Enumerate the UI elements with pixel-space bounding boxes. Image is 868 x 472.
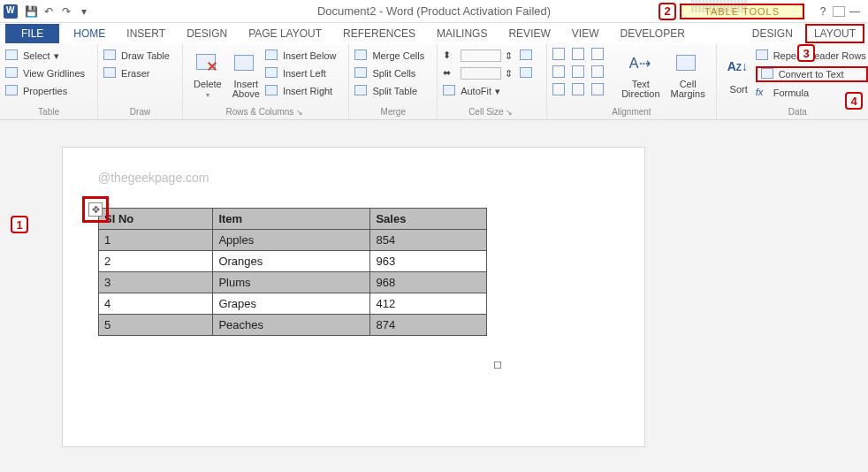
align-tc-button[interactable] — [572, 48, 584, 60]
table-layout-tab[interactable]: LAYOUT — [805, 24, 864, 43]
save-icon[interactable]: 💾 — [23, 4, 39, 19]
eraser-label: Eraser — [121, 68, 149, 79]
cell[interactable]: 854 — [370, 230, 487, 251]
table-row[interactable]: 5 Peaches 874 — [99, 315, 487, 336]
insert-right-label: Insert Right — [283, 86, 332, 96]
sort-button[interactable]: AZ↓Sort — [722, 48, 756, 105]
select-button[interactable]: Select ▾ — [5, 48, 87, 64]
gridlines-label: View Gridlines — [23, 68, 85, 79]
header-slno: SI No — [99, 209, 213, 230]
cell[interactable]: 874 — [370, 315, 487, 336]
ribbon-tabs: FILE HOME INSERT DESIGN PAGE LAYOUT REFE… — [0, 23, 868, 44]
group-alignment-label: Alignment — [552, 105, 711, 119]
redo-icon[interactable]: ↷ — [58, 4, 74, 19]
insert-below-button[interactable]: Insert Below — [265, 48, 339, 64]
convert-to-text-button[interactable]: Convert to Text — [756, 66, 868, 82]
cell[interactable]: 5 — [99, 315, 213, 336]
align-ml-button[interactable] — [552, 65, 565, 78]
table-resize-handle-icon[interactable] — [494, 362, 501, 369]
ribbon-options-icon[interactable] — [833, 6, 845, 17]
cell[interactable]: 412 — [370, 293, 487, 315]
align-bc-button[interactable] — [572, 83, 584, 95]
annotation-marker-4: 4 — [845, 92, 863, 110]
rowscols-launcher-icon[interactable]: ↘ — [293, 108, 306, 117]
height-input[interactable]: ⬍ ⇕ — [443, 48, 514, 64]
data-table[interactable]: SI No Item Sales 1 Apples 854 2 Oranges … — [98, 208, 487, 336]
cell[interactable]: 4 — [99, 293, 213, 315]
view-gridlines-button[interactable]: View Gridlines — [5, 65, 87, 81]
mailings-tab[interactable]: MAILINGS — [428, 24, 496, 43]
table-design-tab[interactable]: DESIGN — [743, 24, 802, 43]
cell[interactable]: Apples — [213, 230, 370, 251]
cell[interactable]: 968 — [370, 272, 487, 293]
width-input[interactable]: ⬌ ⇕ — [443, 65, 514, 81]
help-icon[interactable]: ? — [815, 4, 831, 19]
cellsize-launcher-icon[interactable]: ↘ — [504, 108, 516, 117]
insert-above-button[interactable]: Insert Above — [227, 48, 265, 105]
review-tab[interactable]: REVIEW — [499, 24, 559, 43]
header-item: Item — [213, 209, 370, 230]
home-tab[interactable]: HOME — [65, 24, 114, 43]
undo-icon[interactable]: ↶ — [41, 4, 57, 19]
table-row[interactable]: 1 Apples 854 — [99, 230, 487, 251]
qat-customize-icon[interactable]: ▾ — [76, 4, 92, 19]
table-header-row: SI No Item Sales — [99, 209, 487, 230]
sort-label: Sort — [730, 84, 748, 95]
draw-table-button[interactable]: Draw Table — [103, 48, 171, 64]
table-row[interactable]: 3 Plums 968 — [99, 272, 487, 293]
decorative-stripes — [691, 0, 797, 12]
cell[interactable]: Plums — [213, 272, 370, 293]
cell[interactable]: Oranges — [213, 251, 370, 272]
cell[interactable]: Grapes — [213, 293, 370, 315]
header-sales: Sales — [370, 209, 487, 230]
text-direction-label: Text Direction — [621, 80, 659, 99]
page-layout-tab[interactable]: PAGE LAYOUT — [240, 24, 331, 43]
file-tab[interactable]: FILE — [5, 24, 59, 43]
word-app-icon — [4, 4, 18, 19]
group-data: AZ↓Sort Repeat Header Rows Convert to Te… — [717, 44, 868, 119]
insert-left-button[interactable]: Insert Left — [265, 65, 339, 81]
distribute-rows-button[interactable] — [520, 48, 536, 64]
references-tab[interactable]: REFERENCES — [334, 24, 424, 43]
cell[interactable]: 2 — [99, 251, 213, 272]
split-table-button[interactable]: Split Table — [354, 83, 426, 99]
table-move-handle-icon[interactable]: ✥ — [88, 202, 103, 217]
merge-cells-button[interactable]: Merge Cells — [354, 48, 426, 64]
align-tl-button[interactable] — [552, 48, 565, 60]
align-mr-button[interactable] — [591, 65, 604, 78]
merge-cells-label: Merge Cells — [372, 50, 424, 61]
minimize-icon[interactable]: — — [847, 4, 863, 19]
eraser-button[interactable]: Eraser — [103, 65, 171, 81]
cell[interactable]: Peaches — [213, 315, 370, 336]
table-row[interactable]: 2 Oranges 963 — [99, 251, 487, 272]
insert-right-button[interactable]: Insert Right — [265, 83, 339, 99]
group-draw: Draw Table Eraser Draw — [98, 44, 183, 119]
properties-button[interactable]: Properties — [5, 83, 87, 99]
insert-tab[interactable]: INSERT — [118, 24, 174, 43]
cell[interactable]: 3 — [99, 272, 213, 293]
autofit-button[interactable]: AutoFit ▾ — [443, 83, 514, 99]
group-table-label: Table — [5, 105, 92, 119]
convert-to-text-label: Convert to Text — [779, 69, 844, 80]
delete-button[interactable]: Delete▾ — [188, 48, 227, 105]
align-mc-button[interactable] — [572, 65, 584, 78]
group-cellsize-label: Cell Size ↘ — [443, 105, 541, 119]
titlebar: 💾 ↶ ↷ ▾ Document2 - Word (Product Activa… — [0, 0, 868, 23]
group-rows-columns: Delete▾ Insert Above Insert Below Insert… — [183, 44, 350, 119]
split-cells-button[interactable]: Split Cells — [354, 65, 426, 81]
cell-margins-button[interactable]: Cell Margins — [666, 48, 711, 105]
cell[interactable]: 1 — [99, 230, 213, 251]
developer-tab[interactable]: DEVELOPER — [611, 24, 693, 43]
text-direction-button[interactable]: A⇢Text Direction — [616, 48, 665, 105]
align-tr-button[interactable] — [591, 48, 604, 60]
distribute-cols-button[interactable] — [520, 65, 536, 81]
align-bl-button[interactable] — [552, 83, 565, 95]
table-row[interactable]: 4 Grapes 412 — [99, 293, 487, 315]
document-surface: 1 @thegeekpage.com ✥ SI No Item Sales 1 … — [0, 120, 868, 472]
cell[interactable]: 963 — [370, 251, 487, 272]
design-doc-tab[interactable]: DESIGN — [178, 24, 236, 43]
view-tab[interactable]: VIEW — [563, 24, 608, 43]
align-br-button[interactable] — [591, 83, 604, 95]
draw-table-label: Draw Table — [121, 50, 170, 61]
autofit-label: AutoFit — [461, 86, 491, 96]
